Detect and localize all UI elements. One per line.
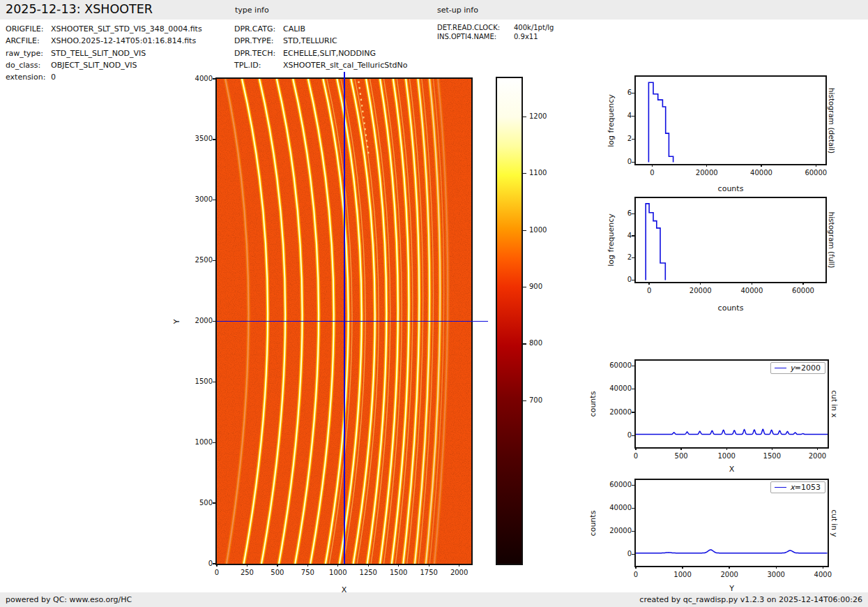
y-tick-label: 500 [199,499,213,507]
colorbar-tick-label: 1200 [529,112,547,120]
hist-full-plot: 02000040000600000246 [634,197,827,283]
colorbar-tick [523,230,526,231]
y-tick [632,554,634,555]
colorbar-tick [523,287,526,287]
y-tick [632,412,634,412]
y-tick [632,485,634,486]
x-tick-label: 750 [301,569,314,576]
cut-x-plot: 05001000150020000200004000060000y=2000 [634,359,829,449]
x-tick-label: 0 [634,452,638,460]
legend-label: x=1053 [790,483,821,492]
y-tick-label: 4 [627,232,632,239]
hist-full-xlabel: counts [718,304,744,313]
x-tick [277,564,277,567]
x-tick-label: 500 [675,452,688,460]
crosshair-vertical [344,72,344,564]
x-tick [700,282,701,285]
y-tick [632,213,634,214]
y-tick [213,502,215,503]
y-tick-label: 2 [627,135,632,142]
hist-detail-side-label: histogram (detail) [828,87,836,153]
y-tick [213,442,215,443]
colorbar-tick [523,400,526,401]
x-tick-label: 0 [650,169,654,177]
y-tick-label: 0 [627,158,632,165]
y-tick-label: 1000 [195,438,213,446]
colorbar-tick-label: 900 [529,283,542,290]
y-tick [632,235,634,236]
x-tick [648,282,649,285]
colorbar-tick [523,117,526,117]
x-tick-label: 2000 [809,452,826,460]
legend-var: y [790,364,795,373]
x-tick [802,282,803,285]
colorbar-tick [523,173,526,174]
x-tick-label: 1250 [360,569,377,576]
x-tick-label: 40000 [750,169,772,177]
footer-right-text: created by qc_rawdisp.py v1.2.3 on 2025-… [639,595,862,604]
colorbar: 700800900100011001200 [496,77,523,565]
y-tick [632,257,634,258]
x-tick-label: 1000 [329,569,347,576]
y-tick [213,78,215,79]
legend-line-sample [775,487,786,488]
x-tick [682,566,683,569]
crosshair-horizontal [217,321,488,322]
x-tick-label: 40000 [740,287,763,294]
x-tick [752,282,752,285]
legend: y=2000 [770,362,825,374]
y-tick-label: 2 [627,253,632,261]
x-tick-label: 20000 [690,287,712,294]
x-tick [761,164,761,167]
y-tick [213,260,215,261]
colorbar-tick-label: 800 [529,339,542,347]
legend-line-sample [775,368,786,368]
legend-label: y=2000 [790,364,821,373]
x-tick-label: 1750 [420,569,437,576]
hist-detail-ylabel: log frequency [607,94,616,147]
colorbar-tick [523,343,526,344]
colorbar-gradient [497,78,521,564]
x-tick [216,564,217,567]
colorbar-tick-label: 1000 [529,226,547,234]
y-tick [213,139,215,140]
y-tick [632,116,634,117]
x-tick-label: 1000 [717,452,735,460]
y-tick-label: 3500 [195,135,213,142]
x-tick [726,447,727,450]
y-tick-label: 60000 [609,481,632,488]
x-tick [776,566,777,569]
x-tick [635,566,636,569]
x-tick [368,564,369,567]
cut-line [636,429,828,434]
x-tick [817,447,818,450]
x-tick-label: 0 [215,569,219,576]
x-tick-label: 60000 [792,287,814,294]
y-tick [632,389,634,389]
y-tick [632,508,634,509]
y-tick [213,382,215,382]
colorbar-tick-label: 700 [529,396,542,404]
y-tick-label: 0 [208,560,213,567]
y-tick-label: 40000 [609,384,632,392]
y-tick [213,321,215,322]
hist-detail-xlabel: counts [718,184,744,193]
y-tick [213,563,215,564]
footer-left-text: powered by QC: www.eso.org/HC [6,595,132,604]
y-tick [213,200,215,200]
y-tick-label: 60000 [609,361,632,369]
x-tick [680,447,681,450]
y-tick-label: 40000 [609,504,632,511]
x-tick-label: 1500 [763,452,781,460]
x-tick [772,447,772,450]
hist-full-side-label: histogram (full) [828,212,836,269]
y-tick [632,435,634,436]
y-tick-label: 1500 [195,377,213,385]
x-tick [398,564,399,567]
x-tick-label: 1500 [390,569,407,576]
x-tick-label: 2000 [720,571,738,578]
y-tick-label: 6 [627,209,632,217]
y-tick [632,531,634,532]
x-tick [652,164,653,167]
cut-y-xlabel: Y [729,584,734,593]
